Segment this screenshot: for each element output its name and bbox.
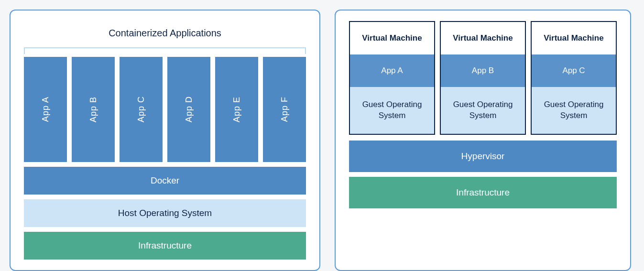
app-label: App F	[280, 97, 290, 122]
containers-title: Containerized Applications	[24, 28, 306, 39]
vm-header: Virtual Machine	[441, 22, 525, 54]
app-column: App A	[24, 57, 67, 162]
app-column: App C	[120, 57, 163, 162]
app-column: App D	[167, 57, 210, 162]
app-column: App E	[215, 57, 258, 162]
vm-guest-os-layer: Guest Operating System	[532, 87, 616, 134]
app-label: App E	[232, 97, 242, 122]
docker-layer: Docker	[24, 167, 306, 195]
hypervisor-layer: Hypervisor	[349, 141, 617, 172]
vms-panel: Virtual Machine App A Guest Operating Sy…	[335, 10, 631, 271]
vm-app-layer: App A	[350, 54, 434, 87]
infrastructure-layer: Infrastructure	[349, 177, 617, 208]
apps-row: App A App B App C App D App E App F	[24, 57, 306, 162]
vm-guest-os-layer: Guest Operating System	[441, 87, 525, 134]
vm-card: Virtual Machine App B Guest Operating Sy…	[440, 21, 526, 135]
vm-card: Virtual Machine App A Guest Operating Sy…	[349, 21, 435, 135]
app-label: App C	[136, 96, 146, 122]
vm-row: Virtual Machine App A Guest Operating Sy…	[349, 21, 617, 135]
vm-app-layer: App C	[532, 54, 616, 87]
diagram-wrapper: Containerized Applications App A App B A…	[10, 10, 634, 271]
app-column: App B	[72, 57, 115, 162]
host-os-layer: Host Operating System	[24, 199, 306, 227]
app-label: App B	[88, 97, 98, 122]
vm-guest-os-layer: Guest Operating System	[350, 87, 434, 134]
containers-panel: Containerized Applications App A App B A…	[10, 10, 320, 271]
vm-header: Virtual Machine	[532, 22, 616, 54]
app-label: App D	[184, 96, 194, 122]
apps-bracket	[24, 47, 306, 54]
vm-card: Virtual Machine App C Guest Operating Sy…	[531, 21, 617, 135]
app-column: App F	[263, 57, 306, 162]
app-label: App A	[41, 97, 51, 122]
vm-app-layer: App B	[441, 54, 525, 87]
infrastructure-layer: Infrastructure	[24, 232, 306, 260]
vm-header: Virtual Machine	[350, 22, 434, 54]
